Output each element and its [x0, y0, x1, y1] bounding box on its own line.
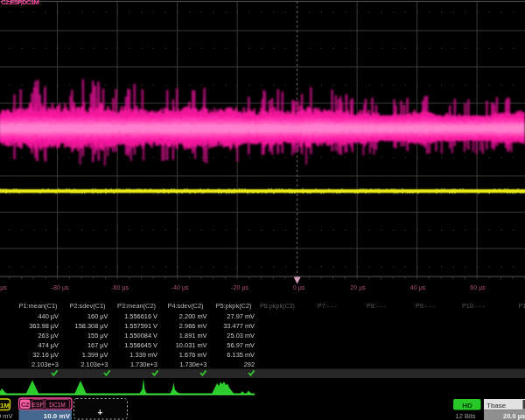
svg-text:10.0 mV: 10.0 mV [44, 412, 71, 420]
svg-text:12 Bits: 12 Bits [456, 412, 476, 420]
svg-text:P2:sdev(C1): P2:sdev(C1) [69, 302, 105, 310]
svg-text:-20 µs: -20 µs [231, 284, 249, 291]
svg-text:158.308 µV: 158.308 µV [75, 322, 108, 330]
svg-text:1.339 mV: 1.339 mV [130, 351, 158, 359]
svg-text:25.03 mV: 25.03 mV [227, 332, 255, 340]
svg-text:DC1M: DC1M [49, 402, 66, 408]
svg-text:292: 292 [244, 360, 255, 368]
svg-text:160 µV: 160 µV [88, 312, 108, 320]
svg-text:1.730e+3: 1.730e+3 [179, 360, 206, 368]
svg-text:1.676 mV: 1.676 mV [179, 351, 207, 359]
svg-text:474 µV: 474 µV [38, 341, 59, 349]
svg-text:2.966 mV: 2.966 mV [179, 322, 207, 330]
svg-text:1.730e+3: 1.730e+3 [130, 360, 158, 368]
svg-text:+: + [98, 408, 103, 417]
svg-text:2.103e+3: 2.103e+3 [32, 360, 59, 368]
svg-text:6.135 mV: 6.135 mV [227, 351, 255, 359]
svg-text:1.557591 V: 1.557591 V [124, 322, 158, 330]
svg-text:1.891 mV: 1.891 mV [179, 332, 207, 340]
svg-text:20 µs: 20 µs [350, 284, 366, 291]
svg-text:263 µV: 263 µV [38, 332, 59, 340]
svg-text:440 µV: 440 µV [38, 312, 59, 320]
svg-text:DC1M: DC1M [0, 402, 10, 410]
svg-text:00 µs: 00 µs [0, 284, 7, 291]
svg-text:2.103e+3: 2.103e+3 [80, 360, 108, 368]
svg-text:0 µs: 0 µs [293, 284, 305, 291]
svg-text:P9:- - -: P9:- - - [416, 302, 436, 310]
svg-text:363.98 µV: 363.98 µV [29, 322, 59, 330]
svg-text:P1:mean(C1): P1:mean(C1) [19, 302, 58, 310]
svg-text:P8:- - -: P8:- - - [367, 302, 387, 310]
svg-text:20.0 µs: 20.0 µs [503, 412, 525, 420]
svg-text:27.97 mV: 27.97 mV [227, 312, 255, 320]
svg-text:40 µs: 40 µs [410, 284, 426, 291]
svg-text:-80 µs: -80 µs [52, 284, 70, 291]
svg-text:32.16 µV: 32.16 µV [32, 351, 59, 359]
svg-text:P5:pkpk(C2): P5:pkpk(C2) [215, 302, 251, 310]
svg-text:155 µV: 155 µV [88, 332, 108, 340]
svg-text:-40 µs: -40 µs [172, 284, 190, 291]
svg-text:P7:- - -: P7:- - - [318, 302, 338, 310]
svg-text:50.0 mV: 50.0 mV [0, 412, 13, 420]
svg-text:-60 µs: -60 µs [111, 284, 130, 291]
svg-text:HD: HD [462, 402, 472, 410]
svg-text:P3:mean(C2): P3:mean(C2) [117, 302, 156, 310]
svg-text:60 µs: 60 µs [470, 284, 486, 291]
svg-text:Tbase: Tbase [486, 402, 507, 410]
svg-text:P6:pkpk(C3): P6:pkpk(C3) [260, 302, 295, 310]
svg-text:1.556645 V: 1.556645 V [124, 341, 158, 349]
svg-text:1.399 µV: 1.399 µV [82, 351, 108, 359]
svg-text:1.550084 V: 1.550084 V [124, 332, 158, 340]
svg-text:P1: P1 [519, 302, 525, 310]
svg-text:C2: C2 [21, 401, 30, 409]
svg-text:167 µV: 167 µV [88, 341, 108, 349]
svg-text:P4:sdev(C2): P4:sdev(C2) [167, 302, 203, 310]
svg-text:1.556616 V: 1.556616 V [124, 312, 158, 320]
svg-text:10.031 mV: 10.031 mV [176, 341, 207, 349]
svg-text:P10:- - -: P10:- - - [462, 302, 486, 310]
svg-text:33.477 mV: 33.477 mV [223, 322, 255, 330]
svg-text:56.97 mV: 56.97 mV [227, 341, 255, 349]
svg-text:C2:ESP,DC1M: C2:ESP,DC1M [1, 0, 39, 6]
svg-text:ESP: ESP [32, 402, 45, 408]
svg-text:2.200 mV: 2.200 mV [179, 312, 207, 320]
